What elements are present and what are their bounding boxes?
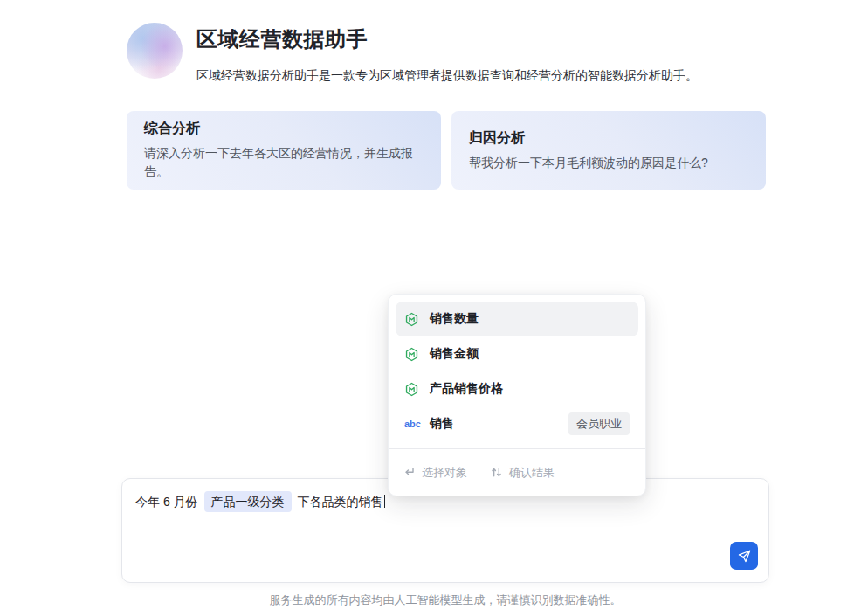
- hint-label: 确认结果: [509, 465, 555, 481]
- metric-hexagon-m-icon: [404, 347, 419, 362]
- assistant-avatar: [127, 23, 183, 79]
- arrows-up-down-icon: [490, 466, 503, 479]
- page-subtitle: 区域经营数据分析助手是一款专为区域管理者提供数据查询和经营分析的智能数据分析助手…: [196, 68, 775, 84]
- suggestion-card-attribution-analysis[interactable]: 归因分析 帮我分析一下本月毛利额波动的原因是什么?: [451, 111, 766, 190]
- dropdown-item-badge: 会员职业: [568, 412, 630, 435]
- hint-label: 选择对象: [422, 465, 467, 481]
- input-text-before: 今年 6 月份: [135, 495, 198, 509]
- text-abc-icon: abc: [404, 419, 419, 429]
- dimension-chip[interactable]: 产品一级分类: [204, 491, 292, 512]
- suggestion-cards: 综合分析 请深入分析一下去年各大区的经营情况，并生成报告。 归因分析 帮我分析一…: [127, 111, 766, 190]
- dropdown-item-label: 销售金额: [430, 346, 479, 362]
- dropdown-item-label: 销售: [430, 416, 454, 432]
- ai-disclaimer: 服务生成的所有内容均由人工智能模型生成，请谨慎识别数据准确性。: [121, 593, 769, 608]
- input-text-after: 下各品类的销售: [298, 495, 383, 509]
- dropdown-item-label: 产品销售价格: [430, 381, 503, 397]
- enter-key-icon: [403, 466, 416, 479]
- paper-plane-icon: [737, 549, 752, 564]
- dropdown-item-sales-amount[interactable]: 销售金额: [396, 336, 638, 371]
- dropdown-item-product-sales-price[interactable]: 产品销售价格: [396, 371, 638, 406]
- hint-confirm-result: 确认结果: [490, 465, 555, 481]
- suggestion-card-comprehensive-analysis[interactable]: 综合分析 请深入分析一下去年各大区的经营情况，并生成报告。: [127, 111, 441, 190]
- dropdown-item-sales-quantity[interactable]: 销售数量: [396, 302, 638, 336]
- autocomplete-popup: 销售数量 销售金额 产品销售价格 abc 销售 会员职业: [388, 294, 646, 496]
- metric-hexagon-m-icon: [404, 312, 419, 327]
- card-body: 请深入分析一下去年各大区的经营情况，并生成报告。: [144, 144, 424, 181]
- send-button[interactable]: [730, 542, 758, 570]
- metric-hexagon-m-icon: [404, 382, 419, 397]
- card-title: 归因分析: [469, 129, 748, 148]
- app-window: 区域经营数据助手 区域经营数据分析助手是一款专为区域管理者提供数据查询和经营分析…: [0, 0, 868, 610]
- header: 区域经营数据助手 区域经营数据分析助手是一款专为区域管理者提供数据查询和经营分析…: [127, 23, 775, 84]
- autocomplete-list: 销售数量 销售金额 产品销售价格 abc 销售 会员职业: [389, 295, 645, 448]
- dropdown-item-label: 销售数量: [430, 311, 479, 327]
- page-title: 区域经营数据助手: [196, 23, 775, 53]
- autocomplete-footer: 选择对象 确认结果: [389, 448, 645, 496]
- card-body: 帮我分析一下本月毛利额波动的原因是什么?: [469, 154, 748, 172]
- card-title: 综合分析: [144, 120, 424, 138]
- text-caret: [384, 495, 386, 508]
- hint-select-object: 选择对象: [403, 465, 467, 481]
- dropdown-item-sales[interactable]: abc 销售 会员职业: [396, 406, 638, 441]
